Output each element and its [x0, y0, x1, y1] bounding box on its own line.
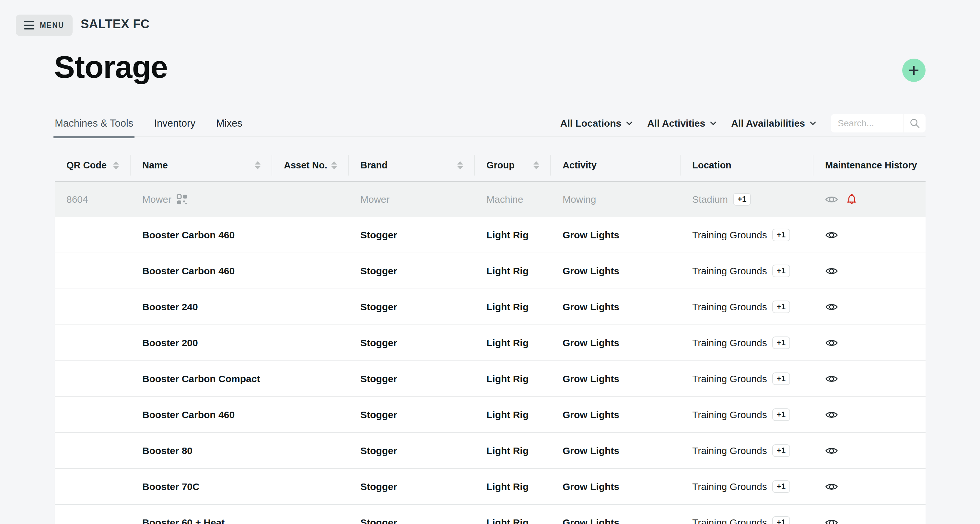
cell-brand: Mower: [349, 194, 475, 205]
column-header-name[interactable]: Name: [130, 155, 272, 176]
column-header-asset-no-[interactable]: Asset No.: [272, 155, 349, 176]
table-row[interactable]: Booster Carbon 460 Stogger Light Rig Gro…: [55, 397, 926, 433]
eye-icon: [825, 482, 838, 491]
eye-icon: [825, 410, 838, 419]
tab-machines-tools[interactable]: Machines & Tools: [55, 110, 133, 137]
cell-maintenance-history: [813, 375, 926, 383]
location-count-badge[interactable]: +1: [772, 372, 790, 385]
cell-name: Booster Carbon 460: [130, 230, 272, 241]
sort-arrows-icon[interactable]: [255, 161, 261, 169]
sort-arrows-icon[interactable]: [113, 161, 119, 169]
cell-name: Booster 70C: [130, 481, 272, 492]
menu-button-label: MENU: [40, 21, 65, 30]
column-header-label: Brand: [360, 160, 388, 171]
table-row[interactable]: Booster Carbon 460 Stogger Light Rig Gro…: [55, 253, 926, 289]
cell-location: Stadium +1: [681, 193, 813, 206]
menu-button[interactable]: MENU: [16, 14, 73, 36]
cell-name: Booster 200: [130, 337, 272, 348]
column-header-label: Maintenance History: [825, 160, 917, 171]
location-count-badge[interactable]: +1: [772, 229, 790, 241]
page-title: Storage: [54, 49, 167, 85]
location-count-badge[interactable]: +1: [772, 408, 790, 421]
bell-icon: [846, 193, 857, 206]
cell-qr-code: 8604: [55, 194, 130, 205]
view-history-button[interactable]: [825, 410, 838, 419]
location-count-badge[interactable]: +1: [733, 193, 751, 206]
table-row[interactable]: Booster Carbon Compact Stogger Light Rig…: [55, 361, 926, 397]
column-header-label: Group: [487, 160, 515, 171]
eye-icon: [825, 375, 838, 383]
cell-maintenance-history: [813, 302, 926, 311]
table-row[interactable]: Booster 60 + Heat Stogger Light Rig Grow…: [55, 505, 926, 524]
cell-group: Light Rig: [475, 265, 551, 276]
cell-name: Booster Carbon 460: [130, 265, 272, 276]
cell-brand: Stogger: [349, 337, 475, 348]
cell-activity: Grow Lights: [551, 302, 681, 313]
cell-name: Booster Carbon 460: [130, 410, 272, 420]
location-count-badge[interactable]: +1: [772, 337, 790, 349]
table-row[interactable]: 8604 Mower Mower Machine Mowing Stadium …: [55, 181, 926, 217]
cell-maintenance-history: [813, 518, 926, 524]
location-count-badge[interactable]: +1: [772, 516, 790, 524]
table-row[interactable]: Booster 80 Stogger Light Rig Grow Lights…: [55, 433, 926, 469]
column-header-qr-code[interactable]: QR Code: [55, 155, 130, 176]
add-item-button[interactable]: [902, 59, 926, 82]
column-header-maintenance-history: Maintenance History: [813, 155, 926, 176]
cell-activity: Mowing: [551, 194, 681, 205]
column-header-label: Location: [692, 160, 732, 171]
view-history-button[interactable]: [825, 518, 838, 524]
view-history-button[interactable]: [825, 302, 838, 311]
cell-brand: Stogger: [349, 230, 475, 241]
location-count-badge[interactable]: +1: [772, 444, 790, 457]
location-count-badge[interactable]: +1: [772, 300, 790, 313]
eye-icon: [825, 195, 838, 204]
cell-activity: Grow Lights: [551, 481, 681, 492]
tab-inventory[interactable]: Inventory: [154, 110, 196, 137]
eye-icon: [825, 302, 838, 311]
filter-all-activities-label: All Activities: [647, 118, 705, 129]
view-history-button[interactable]: [825, 267, 838, 276]
cell-group: Machine: [475, 194, 551, 205]
magnifier-icon: [910, 118, 920, 129]
cell-activity: Grow Lights: [551, 265, 681, 276]
filter-all-activities[interactable]: All Activities: [647, 118, 716, 129]
sort-arrows-icon[interactable]: [331, 161, 337, 169]
view-history-button[interactable]: [825, 195, 838, 204]
cell-name: Booster Carbon Compact: [130, 373, 272, 384]
table-row[interactable]: Booster 200 Stogger Light Rig Grow Light…: [55, 325, 926, 361]
eye-icon: [825, 446, 838, 455]
column-header-location: Location: [681, 155, 813, 176]
view-history-button[interactable]: [825, 375, 838, 383]
column-header-group[interactable]: Group: [475, 155, 551, 176]
table-row[interactable]: Booster Carbon 460 Stogger Light Rig Gro…: [55, 217, 926, 253]
cell-location: Training Grounds +1: [681, 265, 813, 277]
search-input[interactable]: [831, 118, 904, 129]
cell-location: Training Grounds +1: [681, 408, 813, 421]
view-history-button[interactable]: [825, 338, 838, 348]
column-header-brand[interactable]: Brand: [349, 155, 475, 176]
brand-title: SALTEX FC: [81, 17, 150, 31]
sort-arrows-icon[interactable]: [533, 161, 539, 169]
filters: All Locations All Activities All Availab…: [560, 114, 926, 132]
filter-all-availabilities-label: All Availabilities: [731, 118, 805, 129]
cell-group: Light Rig: [475, 373, 551, 384]
cell-brand: Stogger: [349, 517, 475, 524]
table-row[interactable]: Booster 70C Stogger Light Rig Grow Light…: [55, 469, 926, 505]
cell-group: Light Rig: [475, 517, 551, 524]
table-header-row: QR Code Name Asset No. Brand Group Activ…: [55, 149, 926, 181]
tab-filter-bar: Machines & Tools Inventory Mixes All Loc…: [55, 110, 926, 137]
tab-mixes[interactable]: Mixes: [216, 110, 242, 137]
cell-maintenance-history: [813, 446, 926, 455]
location-count-badge[interactable]: +1: [772, 480, 790, 493]
search-button[interactable]: [904, 114, 926, 132]
location-count-badge[interactable]: +1: [772, 265, 790, 277]
filter-all-locations[interactable]: All Locations: [560, 118, 632, 129]
storage-table: QR Code Name Asset No. Brand Group Activ…: [55, 149, 926, 524]
filter-all-availabilities[interactable]: All Availabilities: [731, 118, 816, 129]
view-history-button[interactable]: [825, 446, 838, 455]
view-history-button[interactable]: [825, 482, 838, 491]
sort-arrows-icon[interactable]: [457, 161, 463, 169]
table-row[interactable]: Booster 240 Stogger Light Rig Grow Light…: [55, 289, 926, 325]
view-history-button[interactable]: [825, 230, 838, 240]
maintenance-alert-button[interactable]: [846, 193, 857, 206]
